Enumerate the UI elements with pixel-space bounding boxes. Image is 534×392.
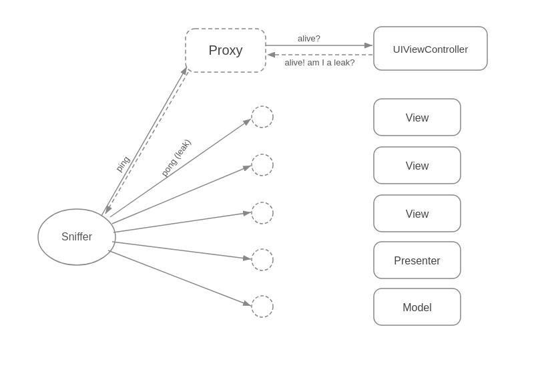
ping-label: ping xyxy=(113,154,131,174)
uiviewcontroller-label: UIViewController xyxy=(393,43,468,55)
alive-response-label: alive! am I a leak? xyxy=(285,57,355,67)
weak-circle-1 xyxy=(252,106,273,128)
weak-circle-5 xyxy=(252,296,273,317)
arrow-pong xyxy=(105,72,188,214)
weak-circle-4 xyxy=(252,249,273,270)
alive-label: alive? xyxy=(298,33,320,43)
view3-label: View xyxy=(406,208,429,220)
view2-label: View xyxy=(406,160,429,172)
arrow-sniffer-3 xyxy=(113,212,251,232)
model-label: Model xyxy=(403,302,432,313)
arrow-sniffer-1 xyxy=(110,119,251,217)
pong-label: pong (leak) xyxy=(159,137,192,178)
arrow-sniffer-5 xyxy=(108,250,251,306)
presenter-label: Presenter xyxy=(394,255,441,266)
weak-circle-2 xyxy=(252,154,273,176)
proxy-label: Proxy xyxy=(208,43,242,57)
sniffer-label: Sniffer xyxy=(61,231,93,242)
weak-circle-3 xyxy=(252,202,273,224)
arrow-sniffer-4 xyxy=(112,242,251,259)
view1-label: View xyxy=(406,112,429,124)
